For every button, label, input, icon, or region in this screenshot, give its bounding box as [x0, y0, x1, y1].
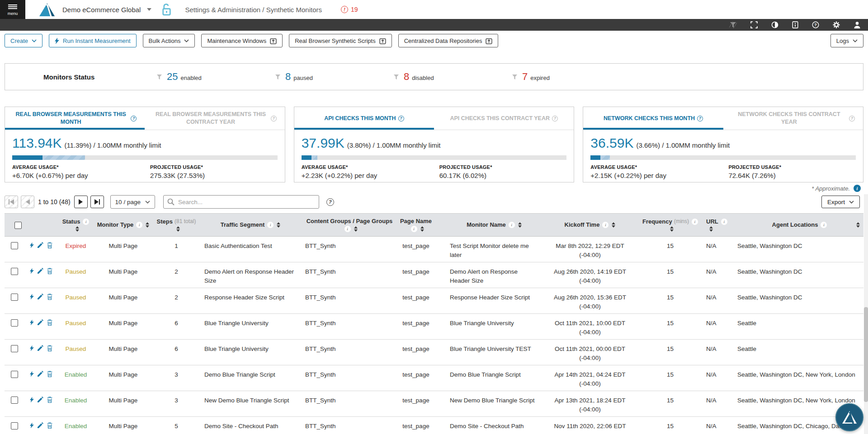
- table-header: Status Monitor Type Steps(81 total) Traf…: [5, 213, 863, 237]
- row-checkbox[interactable]: [11, 422, 18, 429]
- column-header-page-name[interactable]: Page Name: [396, 214, 436, 236]
- sort-icon[interactable]: [420, 226, 424, 232]
- delete-icon[interactable]: [47, 422, 52, 429]
- tab-api-checks-this-month[interactable]: API CHECKS THIS MONTH: [294, 107, 434, 130]
- run-now-icon[interactable]: [30, 242, 34, 248]
- search-input[interactable]: [163, 195, 319, 209]
- edit-icon[interactable]: [38, 345, 43, 351]
- network-checks-usage-card: NETWORK CHECKS THIS MONTH NETWORK CHECKS…: [583, 107, 863, 182]
- column-header-monitor-type[interactable]: Monitor Type: [93, 214, 154, 236]
- row-checkbox[interactable]: [11, 371, 18, 378]
- run-now-icon[interactable]: [30, 345, 34, 351]
- tab-network-checks-this-month[interactable]: NETWORK CHECKS THIS MONTH: [583, 107, 723, 130]
- scrollbar-thumb[interactable]: [864, 307, 868, 402]
- vertical-scrollbar[interactable]: [864, 194, 868, 434]
- row-checkbox[interactable]: [11, 268, 18, 275]
- run-now-icon[interactable]: [30, 422, 34, 429]
- release-notes-icon[interactable]: [792, 21, 798, 28]
- delete-icon[interactable]: [47, 294, 52, 300]
- column-header-steps[interactable]: Steps(81 total): [154, 214, 199, 236]
- content-groups-cell: BTT_Synth: [298, 242, 396, 251]
- run-now-icon[interactable]: [30, 397, 34, 403]
- tab-api-checks-contract-year[interactable]: API CHECKS THIS CONTRACT YEAR: [434, 107, 574, 130]
- sort-icon[interactable]: [75, 226, 79, 232]
- next-page-button[interactable]: [74, 196, 88, 208]
- create-button[interactable]: Create: [5, 34, 42, 47]
- edit-icon[interactable]: [38, 422, 43, 429]
- user-profile-icon[interactable]: [854, 21, 861, 28]
- logs-button[interactable]: Logs: [830, 34, 863, 47]
- sort-icon[interactable]: [176, 226, 180, 232]
- sort-icon[interactable]: [709, 226, 713, 232]
- run-now-icon[interactable]: [30, 319, 34, 326]
- last-page-button[interactable]: [90, 196, 104, 208]
- edit-icon[interactable]: [38, 294, 43, 300]
- delete-icon[interactable]: [47, 345, 52, 351]
- maintenance-windows-button[interactable]: Maintenance Windows: [201, 34, 283, 47]
- content-groups-cell: BTT_Synth: [298, 319, 396, 328]
- kickoff-time-cell: Oct 11th 2021, 10:00 EDT(-04:00): [540, 319, 640, 336]
- table-help-icon[interactable]: [326, 198, 334, 206]
- sort-icon[interactable]: [670, 226, 674, 232]
- previous-page-button[interactable]: [21, 196, 34, 208]
- status-filter-disabled[interactable]: 8 disabled: [393, 71, 512, 83]
- menu-button[interactable]: menu: [0, 0, 25, 19]
- delete-icon[interactable]: [47, 268, 52, 274]
- run-now-icon[interactable]: [30, 371, 34, 377]
- row-checkbox[interactable]: [11, 242, 18, 249]
- column-header-frequency[interactable]: Frequency(mins): [640, 214, 701, 236]
- help-icon[interactable]: ?: [812, 21, 819, 28]
- unlock-icon[interactable]: [161, 3, 172, 16]
- tab-real-browser-contract-year[interactable]: REAL BROWSER MEASUREMENTS THIS CONTRACT …: [145, 107, 284, 130]
- status-filter-enabled[interactable]: 25 enabled: [156, 71, 275, 83]
- row-checkbox[interactable]: [11, 397, 18, 404]
- centralized-data-repositories-button[interactable]: Centralized Data Repositories: [398, 34, 499, 47]
- sort-icon[interactable]: [518, 222, 522, 228]
- column-header-content-groups[interactable]: Content Groups / Page Groups: [298, 214, 396, 236]
- column-header-url[interactable]: URL: [701, 214, 735, 236]
- settings-gear-icon[interactable]: [833, 21, 840, 28]
- edit-icon[interactable]: [38, 268, 43, 274]
- blue-triangle-fab[interactable]: [835, 403, 863, 431]
- run-instant-measurement-button[interactable]: Run Instant Measurement: [49, 34, 137, 47]
- delete-icon[interactable]: [47, 371, 52, 377]
- column-header-agent-locations[interactable]: Agent Locations: [735, 214, 863, 236]
- info-icon[interactable]: [854, 185, 861, 192]
- row-checkbox[interactable]: [11, 319, 18, 327]
- status-filter-expired[interactable]: 7 expired: [512, 71, 630, 83]
- delete-icon[interactable]: [47, 397, 52, 403]
- status-filter-paused[interactable]: 8 paused: [275, 71, 393, 83]
- run-now-icon[interactable]: [30, 294, 34, 300]
- row-checkbox[interactable]: [11, 294, 18, 301]
- sort-icon[interactable]: [354, 226, 358, 232]
- first-page-button[interactable]: [5, 196, 18, 208]
- tab-real-browser-this-month[interactable]: REAL BROWSER MEASUREMENTS THIS MONTH: [5, 107, 145, 130]
- bulk-actions-button[interactable]: Bulk Actions: [143, 34, 195, 47]
- per-page-select[interactable]: 10 / page: [110, 195, 155, 209]
- edit-icon[interactable]: [38, 319, 43, 326]
- sort-icon[interactable]: [277, 222, 280, 228]
- tab-network-checks-contract-year[interactable]: NETWORK CHECKS THIS CONTRACT YEAR: [723, 107, 863, 130]
- table-row: Paused Multi Page 6 Blue Triangle Univer…: [5, 340, 863, 365]
- row-checkbox[interactable]: [11, 345, 18, 352]
- edit-icon[interactable]: [38, 397, 43, 403]
- sort-icon[interactable]: [146, 222, 149, 228]
- delete-icon[interactable]: [47, 319, 52, 326]
- column-header-kickoff-time[interactable]: Kickoff Time: [540, 214, 640, 236]
- sort-icon[interactable]: [612, 222, 615, 228]
- edit-icon[interactable]: [38, 371, 43, 377]
- delete-icon[interactable]: [47, 242, 52, 248]
- contrast-icon[interactable]: [771, 21, 778, 28]
- fullscreen-icon[interactable]: [750, 21, 758, 28]
- column-header-status[interactable]: Status: [59, 214, 93, 236]
- export-button[interactable]: Export: [821, 196, 860, 208]
- sort-icon[interactable]: [856, 222, 860, 228]
- alerts-indicator[interactable]: 19: [341, 6, 358, 13]
- select-all-checkbox[interactable]: [14, 222, 22, 229]
- column-header-traffic-segment[interactable]: Traffic Segment: [199, 214, 298, 236]
- column-header-monitor-name[interactable]: Monitor Name: [436, 214, 540, 236]
- edit-icon[interactable]: [38, 242, 43, 248]
- account-switcher[interactable]: Demo eCommerce Global: [62, 6, 151, 14]
- run-now-icon[interactable]: [30, 268, 34, 274]
- real-browser-synthetic-scripts-button[interactable]: Real Browser Synthetic Scripts: [289, 34, 392, 47]
